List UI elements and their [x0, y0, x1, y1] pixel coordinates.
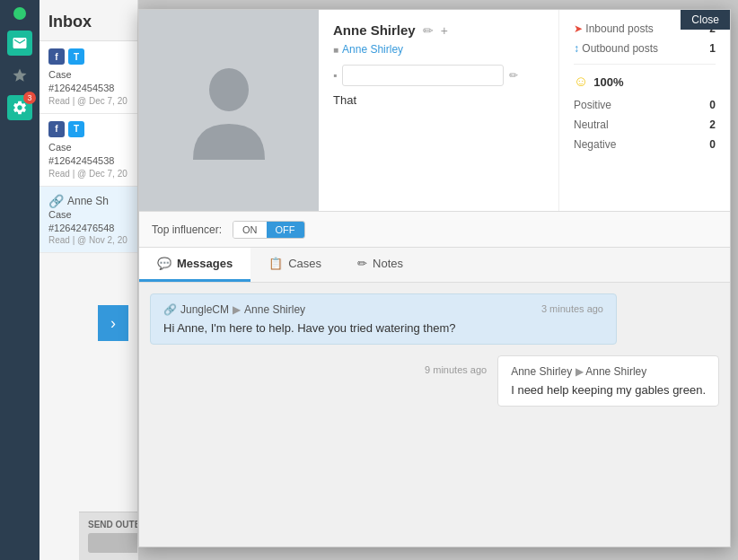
influencer-toggle[interactable]: ON OFF	[233, 221, 305, 239]
twitter-icon: T	[68, 48, 84, 65]
sentiment-icon: ☺	[574, 74, 588, 90]
list-item[interactable]: 🔗 Anne Sh Case #12642476548 Read | @ Nov…	[40, 187, 137, 254]
person-name: Anne Sh	[67, 195, 109, 207]
avatar-section	[139, 10, 319, 211]
arrow-icon: ▶	[575, 365, 586, 378]
inbox-title: Inbox	[40, 0, 137, 41]
sidebar-icon-star[interactable]	[7, 63, 32, 88]
agent-message-text: Hi Anne, I'm here to help. Have you trie…	[163, 321, 603, 335]
case-status: Read | @ Nov 2, 20	[48, 235, 128, 245]
profile-input-field[interactable]	[342, 65, 504, 86]
agent-icon: 🔗	[163, 303, 177, 316]
give-me-input[interactable]	[88, 533, 138, 553]
customer-message-text: I need help keeping my gables green.	[511, 383, 706, 397]
edit-field-icon[interactable]: ✏	[509, 69, 518, 82]
status-dot	[13, 7, 26, 20]
svg-point-0	[209, 68, 249, 111]
messages-tab-label: Messages	[177, 257, 233, 270]
message-customer-wrapper: 9 minutes ago Anne Shirley ▶ Anne Shirle…	[150, 355, 719, 407]
customer-message-time: 9 minutes ago	[425, 355, 487, 375]
case-id: Case #12642476548	[48, 208, 128, 236]
cases-tab-label: Cases	[288, 257, 321, 270]
close-button[interactable]: Close	[681, 10, 730, 30]
contact-modal: Close Anne Shirley ✏ + ■ Anne Shirley ▪	[138, 9, 731, 547]
sidebar: 3	[0, 0, 40, 560]
agent-from: JungleCM	[180, 303, 229, 316]
toggle-off[interactable]: OFF	[267, 222, 304, 238]
send-outbound-section: SEND OUTBOUND	[79, 512, 138, 560]
profile-sub-name: Anne Shirley	[342, 43, 403, 56]
message-customer: Anne Shirley ▶ Anne Shirley I need help …	[497, 355, 719, 407]
envelope-icon: ▪	[333, 69, 337, 82]
sentiment-percentage: 100%	[593, 75, 623, 89]
stats-section: ➤ Inbound posts 2 ↕ Outbound posts 1 ☺ 1…	[559, 10, 730, 211]
notes-tab-icon: ✏	[357, 257, 367, 270]
agent-to: Anne Shirley	[244, 303, 305, 316]
cases-tab-icon: 📋	[268, 257, 283, 270]
avatar	[184, 61, 274, 160]
influencer-bar: Top influencer: ON OFF	[139, 212, 730, 248]
profile-name: Anne Shirley	[333, 22, 416, 38]
edit-profile-icon[interactable]: ✏	[423, 23, 434, 38]
customer-from: Anne Shirley	[511, 365, 572, 378]
nav-arrow-button[interactable]: ›	[98, 305, 128, 341]
tabs-bar: 💬 Messages 📋 Cases ✏ Notes	[139, 248, 730, 283]
list-item[interactable]: f T Case #12642454538 Read | @ Dec 7, 20	[40, 41, 137, 114]
twitter-icon: T	[68, 121, 84, 137]
neutral-value: 2	[709, 118, 716, 131]
agent-message-time: 3 minutes ago	[541, 303, 603, 314]
tab-cases[interactable]: 📋 Cases	[250, 248, 339, 282]
sentiment-row: ☺ 100%	[574, 74, 716, 90]
notes-tab-label: Notes	[373, 257, 403, 270]
positive-label: Positive	[574, 99, 611, 111]
inbound-label: ➤ Inbound posts	[574, 22, 654, 35]
sidebar-icon-gear[interactable]: 3	[7, 95, 32, 120]
add-profile-icon[interactable]: +	[441, 23, 448, 38]
negative-label: Negative	[574, 138, 616, 151]
case-status: Read | @ Dec 7, 20	[48, 169, 128, 179]
send-outbound-label: SEND OUTBOUND	[88, 520, 138, 529]
sidebar-icon-inbox[interactable]	[7, 31, 32, 56]
case-id: Case #12642454538	[48, 141, 128, 169]
neutral-label: Neutral	[574, 118, 609, 131]
facebook-icon: f	[48, 48, 65, 65]
messages-area: 🔗 JungleCM ▶ Anne Shirley Hi Anne, I'm h…	[139, 283, 730, 547]
toggle-on[interactable]: ON	[233, 222, 267, 238]
facebook-icon: f	[48, 121, 65, 137]
positive-value: 0	[709, 99, 716, 111]
badge-count: 3	[23, 92, 36, 104]
negative-value: 0	[709, 138, 716, 151]
messages-tab-icon: 💬	[157, 257, 171, 270]
case-status: Read | @ Dec 7, 20	[48, 96, 128, 106]
outbound-value: 1	[709, 42, 716, 55]
influencer-label: Top influencer:	[152, 223, 222, 236]
inbox-panel: Inbox f T Case #12642454538 Read | @ Dec…	[40, 0, 138, 560]
link-icon: 🔗	[48, 194, 64, 208]
tab-notes[interactable]: ✏ Notes	[339, 248, 421, 282]
profile-info: Anne Shirley ✏ + ■ Anne Shirley ▪ ✏ That	[319, 10, 559, 211]
modal-top-section: Anne Shirley ✏ + ■ Anne Shirley ▪ ✏ That…	[139, 10, 730, 212]
case-id: Case #12642454538	[48, 68, 128, 96]
arrow-icon: ▶	[233, 303, 241, 316]
customer-to: Anne Shirley	[585, 365, 646, 378]
list-item[interactable]: f T Case #12642454538 Read | @ Dec 7, 20	[40, 114, 137, 187]
outbound-label: ↕ Outbound posts	[574, 42, 658, 55]
profile-that-text: That	[333, 93, 544, 107]
message-agent: 🔗 JungleCM ▶ Anne Shirley Hi Anne, I'm h…	[150, 293, 617, 345]
tab-messages[interactable]: 💬 Messages	[139, 248, 250, 282]
